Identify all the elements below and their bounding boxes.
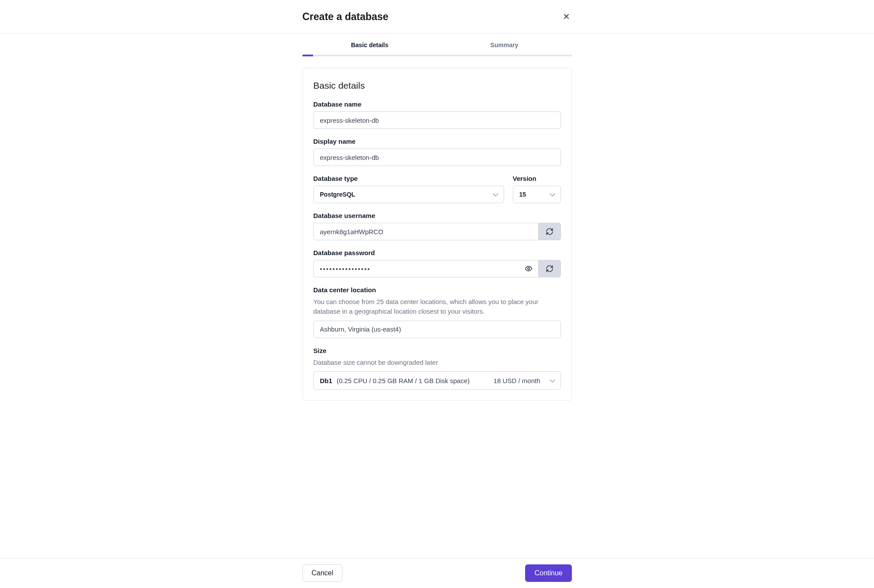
page-title: Create a database [303, 11, 389, 23]
regenerate-username-button[interactable] [538, 223, 561, 240]
modal-header: Create a database ✕ [0, 0, 874, 34]
label-version: Version [513, 175, 561, 182]
tab-summary[interactable]: Summary [437, 34, 572, 55]
database-type-select[interactable]: PostgreSQL [313, 186, 504, 203]
refresh-icon [546, 228, 554, 235]
size-price: 18 USD / month [494, 377, 540, 384]
label-data-center-location: Data center location [313, 286, 561, 294]
svg-point-0 [527, 268, 529, 270]
data-center-location-input[interactable] [313, 321, 561, 338]
label-database-type: Database type [313, 175, 504, 182]
helper-data-center-location: You can choose from 25 data center locat… [313, 297, 561, 316]
database-name-input[interactable] [313, 111, 561, 129]
size-name: Db1 [320, 377, 332, 384]
progress-fill [303, 55, 313, 56]
label-database-username: Database username [313, 212, 561, 219]
eye-icon [525, 265, 533, 273]
label-database-password: Database password [313, 249, 561, 256]
display-name-input[interactable] [313, 149, 561, 166]
label-database-name: Database name [313, 100, 561, 108]
close-button[interactable]: ✕ [561, 10, 572, 23]
progress-track [303, 55, 572, 56]
database-password-input[interactable] [313, 260, 519, 277]
database-username-input[interactable] [313, 223, 538, 240]
modal-footer: Cancel Continue [0, 558, 874, 588]
version-select[interactable]: 15 [513, 186, 561, 203]
refresh-icon [546, 265, 554, 273]
continue-button[interactable]: Continue [525, 564, 571, 582]
section-title: Basic details [313, 80, 561, 91]
close-icon: ✕ [563, 12, 570, 21]
toggle-password-visibility-button[interactable] [519, 260, 538, 277]
cancel-button[interactable]: Cancel [303, 564, 343, 582]
basic-details-card: Basic details Database name Display name… [303, 68, 572, 401]
size-spec: (0.25 CPU / 0.25 GB RAM / 1 GB Disk spac… [337, 377, 470, 384]
tab-basic-details[interactable]: Basic details [303, 34, 437, 55]
helper-size: Database size cannot be downgraded later [313, 358, 561, 367]
step-tabs: Basic details Summary [303, 34, 572, 55]
label-size: Size [313, 347, 561, 354]
size-select[interactable]: Db1 (0.25 CPU / 0.25 GB RAM / 1 GB Disk … [313, 371, 561, 390]
regenerate-password-button[interactable] [538, 260, 561, 277]
label-display-name: Display name [313, 138, 561, 145]
